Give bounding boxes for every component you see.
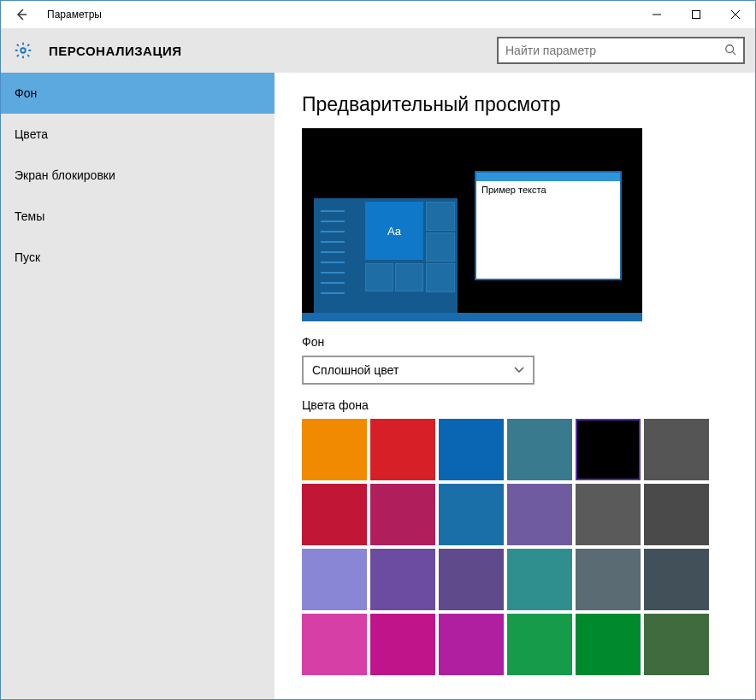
preview-taskbar [302,313,642,321]
color-swatch-5[interactable] [644,419,709,480]
color-swatch-10[interactable] [576,484,641,545]
color-swatch-23[interactable] [644,614,709,675]
color-swatch-13[interactable] [370,549,435,610]
color-swatch-0[interactable] [302,419,367,480]
preview-start-menu: Aa [314,198,458,313]
color-swatch-8[interactable] [439,484,504,545]
sidebar-item-label: Фон [15,86,37,100]
color-swatch-17[interactable] [644,549,709,610]
main-content: Предварительный просмотр Aa Пример текст… [275,73,755,700]
minimize-button[interactable] [637,1,676,28]
svg-line-6 [733,51,736,55]
color-grid [302,419,738,675]
window-title: Параметры [47,9,102,21]
header: ПЕРСОНАЛИЗАЦИЯ [1,28,755,73]
close-icon [731,10,740,19]
sidebar-item-4[interactable]: Пуск [1,237,275,278]
preview-start-list [321,210,345,303]
sidebar: ФонЦветаЭкран блокировкиТемыПуск [1,73,275,700]
search-input[interactable] [505,44,724,57]
color-swatch-14[interactable] [439,549,504,610]
desktop-preview: Aa Пример текста [302,128,642,321]
svg-point-4 [21,48,26,53]
color-swatch-19[interactable] [370,614,435,675]
chevron-down-icon [514,365,524,375]
color-swatch-1[interactable] [370,419,435,480]
preview-sample-window: Пример текста [475,171,622,280]
color-swatch-3[interactable] [507,419,572,480]
sidebar-item-label: Экран блокировки [15,168,115,182]
preview-tile-text: Aa [387,225,401,238]
search-icon [724,44,736,58]
preview-window-text: Пример текста [476,181,620,198]
sidebar-item-1[interactable]: Цвета [1,114,275,155]
sidebar-item-3[interactable]: Темы [1,196,275,237]
color-swatch-16[interactable] [576,549,641,610]
color-swatch-6[interactable] [302,484,367,545]
color-swatch-2[interactable] [439,419,504,480]
color-swatch-15[interactable] [507,549,572,610]
color-swatch-9[interactable] [507,484,572,545]
svg-point-5 [726,44,734,52]
page-title: ПЕРСОНАЛИЗАЦИЯ [49,44,497,58]
background-label: Фон [302,335,738,349]
sidebar-item-label: Пуск [15,250,40,264]
maximize-icon [692,10,700,19]
preview-heading: Предварительный просмотр [302,93,738,116]
sidebar-item-0[interactable]: Фон [1,73,275,114]
settings-gear-icon [13,40,33,61]
close-button[interactable] [716,1,755,28]
preview-tile-column [426,202,455,294]
window-controls [637,1,755,28]
color-swatch-7[interactable] [370,484,435,545]
color-swatch-22[interactable] [576,614,641,675]
sidebar-item-2[interactable]: Экран блокировки [1,155,275,196]
preview-window-titlebar [476,173,620,181]
preview-tile-large: Aa [365,202,423,260]
svg-rect-1 [693,11,700,19]
dropdown-value: Сплошной цвет [312,363,399,377]
background-type-dropdown[interactable]: Сплошной цвет [302,356,535,385]
sidebar-item-label: Темы [15,209,44,223]
background-colors-label: Цвета фона [302,398,738,412]
back-arrow-icon [15,8,28,21]
titlebar: Параметры [1,1,755,28]
search-box[interactable] [497,37,745,64]
maximize-button[interactable] [676,1,716,28]
color-swatch-21[interactable] [507,614,572,675]
color-swatch-20[interactable] [439,614,504,675]
sidebar-item-label: Цвета [15,127,48,141]
back-button[interactable] [1,1,42,28]
preview-tile-row [365,263,425,291]
color-swatch-18[interactable] [302,614,367,675]
color-swatch-11[interactable] [644,484,709,545]
minimize-icon [653,10,661,19]
color-swatch-4[interactable] [576,419,641,480]
color-swatch-12[interactable] [302,549,367,610]
